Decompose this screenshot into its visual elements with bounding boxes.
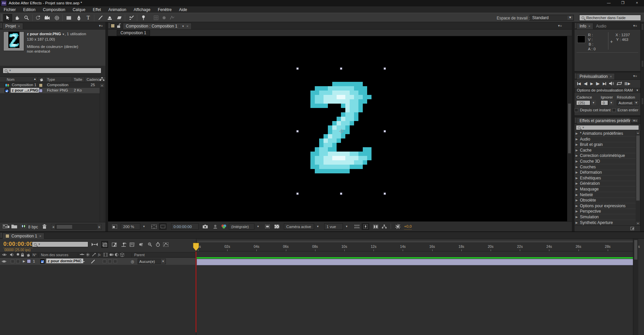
- project-list-header[interactable]: Nom ▲ Type Taille Cadence: [0, 76, 105, 82]
- panel-menu-icon[interactable]: ▼≡: [556, 24, 563, 28]
- quality-switch-icon[interactable]: [92, 253, 96, 257]
- roto-brush-tool[interactable]: [127, 14, 136, 21]
- delete-item-button[interactable]: [42, 224, 47, 229]
- twirl-icon[interactable]: ▶: [576, 220, 578, 225]
- audio-column-speaker-icon[interactable]: [10, 253, 14, 257]
- row-name[interactable]: Composition 1: [11, 82, 38, 87]
- twirl-icon[interactable]: ▶: [576, 142, 578, 147]
- column-source-name[interactable]: Nom des sources: [41, 253, 68, 257]
- rectangle-tool[interactable]: [64, 14, 73, 21]
- layer-quality-icon[interactable]: [91, 259, 95, 264]
- menu-fenêtre[interactable]: Fenêtre: [154, 7, 175, 12]
- new-composition-button[interactable]: [21, 224, 26, 228]
- previous-frame-button[interactable]: ◀: [584, 81, 587, 86]
- hand-tool[interactable]: [13, 14, 21, 21]
- twirl-icon[interactable]: ▶: [576, 203, 578, 209]
- selection-handle-e[interactable]: [384, 130, 386, 132]
- frame-blend-switch-icon[interactable]: [103, 253, 108, 257]
- clone-stamp-tool[interactable]: [105, 14, 114, 21]
- puppet-pin-tool[interactable]: [139, 14, 148, 21]
- effects-category[interactable]: ▶Synthetic Aperture: [575, 220, 636, 225]
- twirl-icon[interactable]: ▶: [576, 164, 578, 170]
- column-nom[interactable]: Nom: [7, 77, 14, 81]
- project-scrollbar[interactable]: ▲: [100, 76, 105, 236]
- menu-calque[interactable]: Calque: [69, 7, 89, 12]
- close-tab-icon[interactable]: ×: [18, 24, 20, 28]
- composition-viewer[interactable]: [108, 36, 567, 221]
- menu-edition[interactable]: Edition: [19, 7, 39, 12]
- first-frame-button[interactable]: ◀: [577, 81, 581, 86]
- fast-preview-icon[interactable]: [362, 223, 369, 230]
- scroll-up-icon[interactable]: ▲: [100, 83, 104, 88]
- type-tool[interactable]: T: [84, 14, 93, 21]
- collapse-switch-icon[interactable]: [86, 253, 90, 257]
- resolution-select[interactable]: Automat...▼: [617, 100, 639, 105]
- chevron-down-icon[interactable]: ▼: [254, 223, 262, 230]
- comp-flowchart-icon[interactable]: [381, 223, 388, 230]
- eraser-tool[interactable]: [115, 14, 123, 21]
- twirl-icon[interactable]: ▶: [576, 214, 578, 220]
- panel-grip[interactable]: [642, 99, 643, 104]
- effects-category[interactable]: ▶Déformation: [575, 170, 636, 175]
- axis-mode-world-button[interactable]: [160, 14, 168, 21]
- viewer-timecode[interactable]: 0:00:00:00: [171, 223, 199, 230]
- layer-visibility-eye-icon[interactable]: [2, 259, 6, 264]
- frame-counter[interactable]: 00000 (25.00 ips): [4, 248, 31, 252]
- current-timecode[interactable]: 0:00:00:00: [3, 241, 33, 248]
- chevron-down-icon[interactable]: ▼: [140, 223, 148, 230]
- close-tab-icon[interactable]: ×: [610, 74, 612, 78]
- timeline-vertical-scrollbar[interactable]: [633, 239, 638, 335]
- panel-menu-icon[interactable]: ▼≡: [631, 118, 638, 123]
- menu-effet[interactable]: Effet: [89, 7, 104, 12]
- safe-margins-icon[interactable]: [150, 223, 158, 230]
- audio-mute-button[interactable]: [609, 81, 614, 86]
- parent-dropdown[interactable]: Aucun(e)▼: [138, 259, 166, 264]
- panel-grip[interactable]: [642, 24, 643, 30]
- selection-tool[interactable]: [3, 14, 12, 21]
- column-cadence[interactable]: Cadence: [87, 77, 101, 81]
- pen-tool[interactable]: [75, 14, 83, 21]
- chevron-down-icon[interactable]: ▼: [343, 223, 350, 230]
- 3d-layer-switch-icon[interactable]: [120, 253, 124, 257]
- panel-menu-icon[interactable]: ▼≡: [631, 74, 638, 78]
- adjustment-layer-switch-icon[interactable]: [115, 253, 118, 257]
- twirl-icon[interactable]: ▶: [576, 186, 578, 192]
- twirl-icon[interactable]: ▶: [576, 153, 578, 158]
- snapshot-icon[interactable]: [201, 223, 209, 230]
- chevron-down-icon[interactable]: ▼: [314, 223, 321, 230]
- effects-category[interactable]: ▶Options pour expressions: [575, 203, 636, 209]
- search-preset-button[interactable]: [146, 241, 153, 248]
- sort-ascending-icon[interactable]: ▲: [34, 77, 36, 80]
- time-ruler[interactable]: 00s02s04s06s08s10s12s14s16s18s20s22s24s2…: [197, 243, 637, 252]
- panel-grip[interactable]: [0, 23, 2, 28]
- axis-mode-local-button[interactable]: [152, 14, 160, 21]
- shy-switch-icon[interactable]: [80, 253, 84, 256]
- menu-animation[interactable]: Animation: [105, 7, 130, 12]
- ram-options-header[interactable]: Options de prévisualisation RAM▼: [575, 88, 640, 93]
- twirl-icon[interactable]: ▶: [576, 148, 578, 153]
- video-column-eye-icon[interactable]: [2, 253, 7, 257]
- exposure-value[interactable]: +0,0: [404, 223, 412, 230]
- full-screen-checkbox[interactable]: Ecran entier: [612, 108, 638, 112]
- twirl-icon[interactable]: ▶: [576, 136, 578, 142]
- twirl-icon[interactable]: ▶: [576, 181, 578, 186]
- resolution-dropdown[interactable]: (Intégrale): [229, 223, 254, 230]
- effects-category[interactable]: ▶Cache: [575, 148, 636, 153]
- project-row-png[interactable]: z pour ...r.PNG Fichier PNG 2 Ko: [0, 88, 101, 93]
- unlock-icon[interactable]: [117, 23, 121, 28]
- panel-grip[interactable]: [108, 23, 110, 28]
- effects-search-input[interactable]: ▼: [576, 125, 639, 130]
- current-time-indicator-handle[interactable]: [193, 243, 199, 251]
- lock-column-icon[interactable]: [21, 253, 24, 257]
- solo-column-icon[interactable]: [16, 253, 19, 256]
- minimize-button[interactable]: —: [602, 0, 616, 6]
- selection-handle-n[interactable]: [340, 67, 342, 70]
- effects-scrollbar[interactable]: ▲ ▼: [636, 131, 640, 225]
- column-number[interactable]: N°: [33, 253, 37, 257]
- effects-category[interactable]: ▶* Animations prédéfinies: [575, 131, 636, 136]
- camera-tool[interactable]: [43, 14, 52, 21]
- label-swatch[interactable]: [39, 83, 43, 87]
- motion-blur-switch-icon[interactable]: [109, 253, 114, 257]
- brush-tool[interactable]: [96, 14, 105, 21]
- effects-category[interactable]: ▶Bruit et grain: [575, 142, 636, 148]
